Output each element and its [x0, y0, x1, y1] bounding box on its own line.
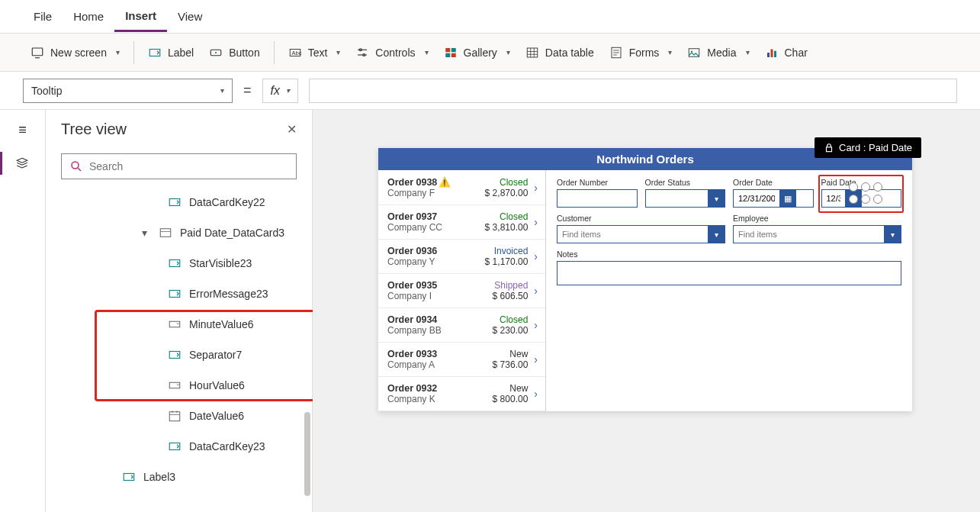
order-date-label: Order Date: [733, 178, 814, 187]
order-number-label: Order Number: [557, 178, 638, 187]
tree-item[interactable]: HourValue6: [46, 370, 312, 401]
svg-rect-0: [32, 48, 43, 56]
employee-dropdown[interactable]: Find items▾: [733, 225, 901, 243]
order-status-label: Order Status: [645, 178, 726, 187]
forms-icon: [609, 46, 623, 60]
tree-item[interactable]: Separator7: [46, 340, 312, 370]
order-date-input[interactable]: ▦: [733, 189, 814, 208]
menu-file[interactable]: File: [23, 2, 63, 31]
chevron-right-icon: ›: [534, 216, 538, 228]
order-status: Shipped: [494, 280, 528, 291]
order-row[interactable]: Order 0933Company ANew$ 736.00›: [378, 343, 545, 377]
charts-button[interactable]: Char: [757, 41, 815, 64]
label-icon: [148, 46, 162, 60]
customer-label: Customer: [557, 214, 725, 223]
lock-icon: [824, 143, 834, 153]
tree-item[interactable]: Label3: [46, 462, 312, 492]
tree-search[interactable]: [61, 153, 297, 179]
order-amount: $ 606.50: [493, 291, 529, 301]
menu-insert[interactable]: Insert: [114, 2, 167, 32]
tree-item[interactable]: DateValue6: [46, 401, 312, 431]
chevron-right-icon: ›: [534, 250, 538, 262]
tree-search-input[interactable]: [89, 160, 288, 172]
order-number-input[interactable]: [557, 189, 638, 208]
divider: [133, 41, 134, 64]
svg-rect-27: [770, 49, 773, 57]
chevron-down-icon: ▾: [746, 48, 750, 56]
svg-rect-32: [160, 229, 171, 237]
order-amount: $ 2,870.00: [485, 188, 529, 198]
hamburger-icon[interactable]: ≡: [18, 122, 27, 138]
expand-icon[interactable]: ▾: [137, 226, 151, 240]
menu-home[interactable]: Home: [63, 2, 114, 31]
paid-date-text[interactable]: [822, 190, 845, 207]
menu-view[interactable]: View: [167, 2, 213, 31]
new-screen-button[interactable]: New screen▾: [23, 41, 127, 64]
order-row[interactable]: Order 0936Company YInvoiced$ 1,170.00›: [378, 240, 545, 274]
media-button[interactable]: Media▾: [680, 41, 757, 64]
customer-dropdown[interactable]: Find items▾: [557, 225, 725, 243]
svg-rect-28: [774, 50, 776, 56]
tree-item-label: DataCardKey22: [189, 196, 265, 208]
tree-item[interactable]: StarVisible23: [46, 248, 312, 279]
tree-view-icon[interactable]: [0, 152, 45, 175]
order-amount: $ 230.00: [493, 325, 529, 336]
close-icon[interactable]: ✕: [287, 122, 297, 137]
order-row[interactable]: Order 0932Company KNew$ 800.00›: [378, 377, 545, 411]
order-row[interactable]: Order 0934Company BBClosed$ 230.00›: [378, 308, 545, 343]
svg-line-30: [78, 168, 81, 171]
svg-rect-13: [445, 53, 450, 56]
label-icon: [168, 195, 182, 209]
order-status: New: [509, 349, 528, 359]
warning-icon: ⚠️: [439, 176, 451, 188]
order-gallery[interactable]: Order 0938⚠️Company FClosed$ 2,870.00›Or…: [378, 170, 546, 411]
property-dropdown[interactable]: Tooltip ▾: [23, 79, 233, 103]
order-number: Order 0937: [387, 211, 442, 222]
notes-input[interactable]: [557, 261, 901, 285]
tree-item[interactable]: ▾Paid Date_DataCard3: [46, 217, 312, 248]
fx-button[interactable]: fx▾: [262, 79, 298, 103]
order-date-text[interactable]: [734, 190, 779, 207]
forms-button[interactable]: Forms▾: [602, 41, 680, 64]
text-button[interactable]: Abc Text▾: [281, 41, 349, 64]
tree-item[interactable]: ErrorMessage23: [46, 279, 312, 309]
svg-rect-45: [827, 147, 832, 151]
card-icon: [159, 226, 172, 240]
label-button[interactable]: Label: [140, 41, 201, 64]
divider: [274, 41, 275, 64]
svg-text:Abc: Abc: [291, 50, 301, 56]
order-company: Company F: [387, 188, 451, 198]
tree-item[interactable]: DataCardKey22: [46, 187, 312, 217]
svg-point-4: [215, 51, 217, 53]
card-tooltip: Card : Paid Date: [815, 137, 921, 158]
dropdown-icon: [168, 378, 182, 392]
data-table-button[interactable]: Data table: [518, 41, 602, 64]
formula-input[interactable]: [309, 79, 957, 103]
chart-icon: [765, 46, 779, 60]
tree-item[interactable]: DataCardKey23: [46, 431, 312, 462]
tree-item-label: DataCardKey23: [189, 440, 265, 452]
chevron-right-icon: ›: [534, 353, 538, 365]
button-button[interactable]: Button: [201, 41, 267, 64]
tree-item-label: Label3: [143, 471, 175, 483]
svg-rect-39: [169, 412, 180, 421]
gallery-button[interactable]: Gallery▾: [436, 41, 518, 64]
order-status: New: [509, 383, 528, 394]
tree-view-title: Tree view: [61, 121, 127, 138]
order-row[interactable]: Order 0935Company IShipped$ 606.50›: [378, 274, 545, 308]
order-number: Order 0938⚠️: [387, 176, 451, 188]
controls-button[interactable]: Controls▾: [348, 41, 435, 64]
label-icon: [168, 256, 182, 270]
scrollbar-thumb[interactable]: [304, 412, 310, 496]
order-row[interactable]: Order 0938⚠️Company FClosed$ 2,870.00›: [378, 170, 545, 205]
chevron-right-icon: ›: [534, 285, 538, 297]
selection-handles[interactable]: [849, 182, 882, 204]
order-row[interactable]: Order 0937Company CCClosed$ 3,810.00›: [378, 205, 545, 240]
tree-item[interactable]: MinuteValue6: [46, 309, 312, 340]
table-icon: [525, 46, 539, 60]
order-status: Invoiced: [494, 246, 529, 256]
calendar-icon[interactable]: ▦: [779, 190, 796, 207]
chevron-down-icon: ▾: [506, 48, 510, 56]
order-status-dropdown[interactable]: ▾: [645, 189, 726, 208]
canvas[interactable]: Northwind Orders Order 0938⚠️Company FCl…: [313, 110, 980, 512]
